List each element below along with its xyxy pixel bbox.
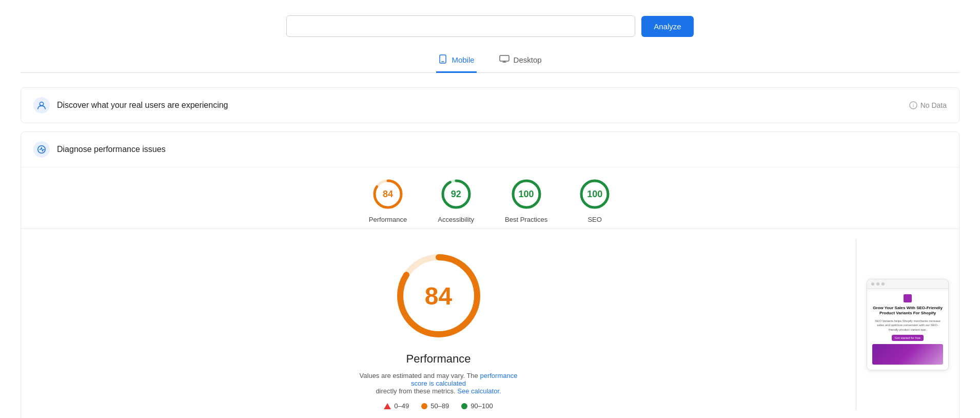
legend-item-50-89: 50–89 [421, 402, 449, 410]
score-item-accessibility[interactable]: 92 Accessibility [438, 178, 474, 223]
big-score-value: 84 [425, 282, 452, 310]
real-users-section: Discover what your real users are experi… [21, 87, 959, 123]
performance-score: 84 [383, 189, 393, 200]
preview-subtext: SEO Variants helps Shopify merchants inc… [872, 319, 943, 332]
performance-label-small: Performance [369, 216, 407, 223]
legend-range-low: 0–49 [394, 402, 409, 410]
values-note: Values are estimated and may vary. The p… [351, 372, 526, 395]
legend-triangle-icon [384, 403, 391, 409]
score-item-performance[interactable]: 84 Performance [369, 178, 407, 223]
legend-item-90-100: 90–100 [461, 402, 493, 410]
accessibility-score: 92 [451, 189, 461, 200]
score-item-best-practices[interactable]: 100 Best Practices [505, 178, 547, 223]
desktop-icon [499, 55, 509, 65]
tab-desktop-label: Desktop [514, 55, 542, 64]
detail-left: 84 Performance Values are estimated and … [21, 229, 856, 418]
preview-logo-placeholder [904, 294, 912, 302]
preview-logo [872, 294, 943, 302]
diagnose-icon [33, 141, 50, 158]
diagnose-title: Diagnose performance issues [57, 145, 947, 154]
preview-image [872, 344, 943, 365]
tab-mobile[interactable]: Mobile [436, 49, 476, 73]
tabs-section: Mobile Desktop [21, 49, 959, 73]
svg-text:i: i [913, 103, 914, 108]
legend-row: 0–49 50–89 90–100 [384, 402, 493, 410]
legend-dot-medium [421, 403, 427, 409]
preview-header [867, 279, 948, 289]
legend-item-0-49: 0–49 [384, 402, 409, 410]
analyze-button[interactable]: Analyze [641, 16, 693, 37]
tab-desktop[interactable]: Desktop [497, 49, 544, 73]
score-item-seo[interactable]: 100 SEO [578, 178, 611, 223]
scores-row: 84 Performance 92 Accessibility [21, 167, 959, 229]
no-data-area: i No Data [909, 101, 947, 109]
best-practices-label-small: Best Practices [505, 216, 547, 223]
no-data-label: No Data [920, 101, 947, 109]
see-calculator-link[interactable]: See calculator. [457, 387, 501, 395]
svg-point-5 [40, 102, 43, 106]
detail-right: Grow Your Sales With SEO-Friendly Produc… [856, 229, 959, 418]
best-practices-score: 100 [519, 189, 534, 200]
svg-rect-2 [500, 55, 509, 61]
preview-heading: Grow Your Sales With SEO-Friendly Produc… [872, 306, 943, 316]
big-score-circle: 84 [393, 250, 485, 342]
preview-dot-3 [881, 282, 885, 286]
accessibility-label-small: Accessibility [438, 216, 474, 223]
legend-dot-high [461, 403, 467, 409]
seo-label-small: SEO [587, 216, 601, 223]
preview-body: Grow Your Sales With SEO-Friendly Produc… [867, 289, 948, 370]
seo-score: 100 [587, 189, 602, 200]
legend-range-high: 90–100 [471, 402, 493, 410]
mobile-icon [438, 54, 447, 65]
url-input[interactable]: https://seovariants.com/ [286, 15, 635, 37]
performance-main-label: Performance [406, 352, 471, 366]
detail-panel: 84 Performance Values are estimated and … [21, 229, 959, 418]
tab-mobile-label: Mobile [452, 55, 474, 64]
diagnostics-header: Diagnose performance issues [21, 132, 959, 167]
preview-dot-2 [876, 282, 879, 286]
preview-dot-1 [871, 282, 874, 286]
diagnostics-panel: Diagnose performance issues 84 Performan… [21, 131, 959, 418]
real-users-icon [33, 97, 50, 113]
info-icon: i [909, 101, 917, 109]
legend-range-medium: 50–89 [430, 402, 449, 410]
preview-card: Grow Your Sales With SEO-Friendly Produc… [867, 279, 949, 370]
real-users-title: Discover what your real users are experi… [57, 101, 902, 110]
url-bar-section: https://seovariants.com/ Analyze [21, 15, 959, 37]
preview-cta-button: Get started for free [892, 335, 924, 341]
